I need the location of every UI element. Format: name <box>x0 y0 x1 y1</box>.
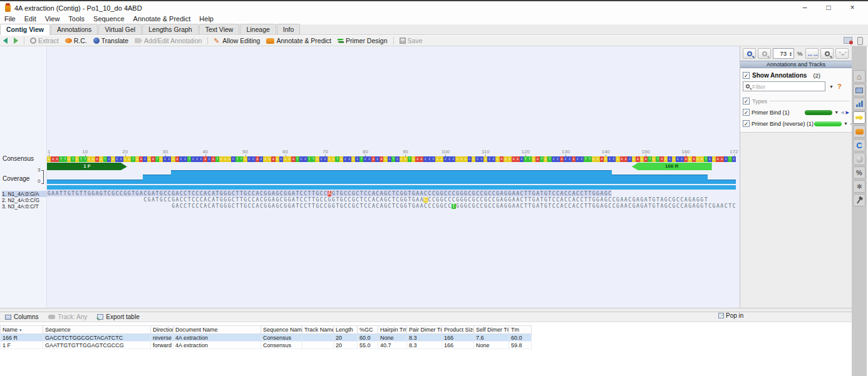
primer-table[interactable]: Name▾SequenceDirectionDocument NameSeque… <box>0 325 532 349</box>
panel-splitter[interactable] <box>0 308 852 312</box>
primer-table-panel: Columns Track: Any Export table Pop in N… <box>0 312 852 376</box>
column-header-track-name[interactable]: Track Name <box>302 326 334 334</box>
zoom-out-button[interactable] <box>758 48 771 59</box>
tab-virtual-gel[interactable]: Virtual Gel <box>98 24 142 34</box>
fit-width-button[interactable]: ↔↔ <box>805 48 819 59</box>
tab-contig-view[interactable]: Contig View <box>0 24 50 35</box>
table-row[interactable]: 166 RGACCTCTGGCGCTACATCTCreverse4A extra… <box>1 334 532 342</box>
menu-edit[interactable]: Edit <box>20 14 41 24</box>
column-header-tm[interactable]: Tm <box>509 326 532 334</box>
menu-help[interactable]: Help <box>195 14 218 24</box>
table-cell: 8.3 <box>407 342 442 349</box>
title-bar: 4A extraction (Contig) - Po1_10_do 4ABD … <box>0 3 868 14</box>
column-header-product-size[interactable]: Product Size <box>442 326 474 334</box>
track-color-swatch[interactable] <box>814 121 842 126</box>
search-icon <box>746 84 750 88</box>
chevron-down-icon[interactable]: ▼ <box>834 110 839 114</box>
annotate-predict-button[interactable] <box>853 125 865 138</box>
track-checkbox[interactable]: ✓ <box>743 120 750 127</box>
gear-search-button[interactable]: ✱ <box>853 180 865 193</box>
read-label[interactable]: 3. N3_4A:0:C/T <box>2 203 39 210</box>
column-header-sequence[interactable]: Sequence <box>43 326 151 334</box>
save-icon <box>400 38 406 44</box>
table-row[interactable]: 1 FGAATTGTGTTGGAGTCGCCGforward4A extract… <box>1 342 532 349</box>
percent-button[interactable]: % <box>853 166 865 179</box>
maximize-button[interactable]: □ <box>817 3 840 14</box>
column-header-direction[interactable]: Direction <box>151 326 173 334</box>
column-header--gc[interactable]: %GC <box>358 326 378 334</box>
column-header-sequence-name[interactable]: Sequence Name <box>261 326 302 334</box>
ruler-label: 150 <box>641 149 649 155</box>
columns-button[interactable]: Columns <box>0 313 43 320</box>
types-checkbox[interactable]: ✓ <box>743 98 750 104</box>
globe-button[interactable] <box>853 153 865 165</box>
show-annotations-checkbox[interactable]: ✓ <box>743 72 750 79</box>
track-filter-button[interactable]: Track: Any <box>43 313 92 320</box>
read-label[interactable]: 1. N1_4A:0:G/A <box>2 191 47 197</box>
bar <box>859 103 860 107</box>
minimize-button[interactable]: – <box>793 3 817 14</box>
annotate-predict-button[interactable]: Annotate & Predict <box>263 36 334 46</box>
filter-input[interactable]: Filter <box>743 81 825 91</box>
rc-button[interactable]: R.C. <box>62 36 90 46</box>
primer-design-button[interactable]: Primer Design <box>334 36 391 46</box>
add-edit-annotation-button[interactable]: Add/Edit Annotation <box>132 36 205 46</box>
primer-annotation[interactable]: 1 F <box>47 163 127 170</box>
bar-chart-button[interactable] <box>853 98 865 110</box>
monitor-button[interactable] <box>853 84 865 96</box>
tab-lineage[interactable]: Lineage <box>240 24 276 34</box>
column-header-length[interactable]: Length <box>334 326 358 334</box>
next-annotation-icon[interactable]: ▶ <box>846 110 849 115</box>
clipboard-icon[interactable] <box>857 37 863 45</box>
tab-info[interactable]: Info <box>277 24 301 34</box>
export-table-button[interactable]: Export table <box>92 313 144 320</box>
allow-editing-button[interactable]: ✎Allow Editing <box>210 36 263 46</box>
menu-tools[interactable]: Tools <box>64 14 89 24</box>
track-color-swatch[interactable] <box>805 110 832 115</box>
show-annotations-label: Show Annotations <box>752 72 807 79</box>
refresh-button[interactable]: C <box>853 139 865 151</box>
chevron-down-icon[interactable]: ▼ <box>844 121 848 126</box>
save-button[interactable]: Save <box>396 36 426 46</box>
prev-annotation-icon[interactable]: ◀ <box>840 110 844 115</box>
menu-annotate-predict[interactable]: Annotate & Predict <box>129 14 195 24</box>
zoom-level-spinner[interactable]: 73 ▲▼ <box>773 48 794 59</box>
base: C <box>732 156 736 162</box>
arrow-right-icon <box>14 38 18 44</box>
contig-viewer[interactable]: Consensus Coverage 3 0 11020304050607080… <box>0 46 740 308</box>
menu-file[interactable]: File <box>0 14 20 24</box>
window-title: 4A extraction (Contig) - Po1_10_do 4ABD <box>14 4 142 12</box>
translate-button[interactable]: Translate <box>90 36 132 46</box>
help-icon[interactable]: ? <box>837 83 842 90</box>
column-header-pair-dimer-tm[interactable]: Pair Dimer Tm <box>407 326 442 334</box>
forward-button[interactable] <box>11 36 21 46</box>
pop-in-button[interactable]: Pop in <box>718 312 743 319</box>
back-button[interactable] <box>0 36 11 46</box>
report-icon[interactable] <box>844 37 852 44</box>
read-label[interactable]: 2. N2_4A:0:C/G <box>2 197 39 203</box>
annotation-icon <box>135 38 142 43</box>
extract-button[interactable]: Extract <box>27 36 62 46</box>
table-cell: 1 F <box>1 342 43 349</box>
close-button[interactable]: × <box>840 3 864 14</box>
track-checkbox[interactable]: ✓ <box>743 109 750 116</box>
column-header-self-dimer-tm[interactable]: Self Dimer Tm <box>474 326 509 334</box>
tab-text-view[interactable]: Text View <box>199 24 240 34</box>
menu-sequence[interactable]: Sequence <box>89 14 129 24</box>
column-header-name[interactable]: Name▾ <box>1 326 43 334</box>
column-header-document-name[interactable]: Document Name <box>173 326 261 334</box>
column-header-hairpin-tm[interactable]: Hairpin Tm <box>378 326 407 334</box>
ruler-label: 120 <box>522 149 530 155</box>
tab-lengths-graph[interactable]: Lengths Graph <box>142 24 198 34</box>
filter-dropdown-button[interactable]: ▼ <box>827 81 835 91</box>
home-button[interactable]: ⌂ <box>853 70 865 83</box>
annotation-arrow-button[interactable] <box>853 111 865 124</box>
zoom-selection-button[interactable] <box>820 48 834 59</box>
pin-button[interactable] <box>853 194 865 206</box>
zoom-in-button[interactable] <box>743 48 756 59</box>
primer-annotation[interactable]: 166 R <box>632 163 712 170</box>
expand-view-button[interactable]: ⤡⤢ <box>835 48 849 59</box>
tab-annotations[interactable]: Annotations <box>51 24 98 34</box>
spinner-arrows-icon[interactable]: ▲▼ <box>788 49 793 58</box>
menu-view[interactable]: View <box>41 14 65 24</box>
